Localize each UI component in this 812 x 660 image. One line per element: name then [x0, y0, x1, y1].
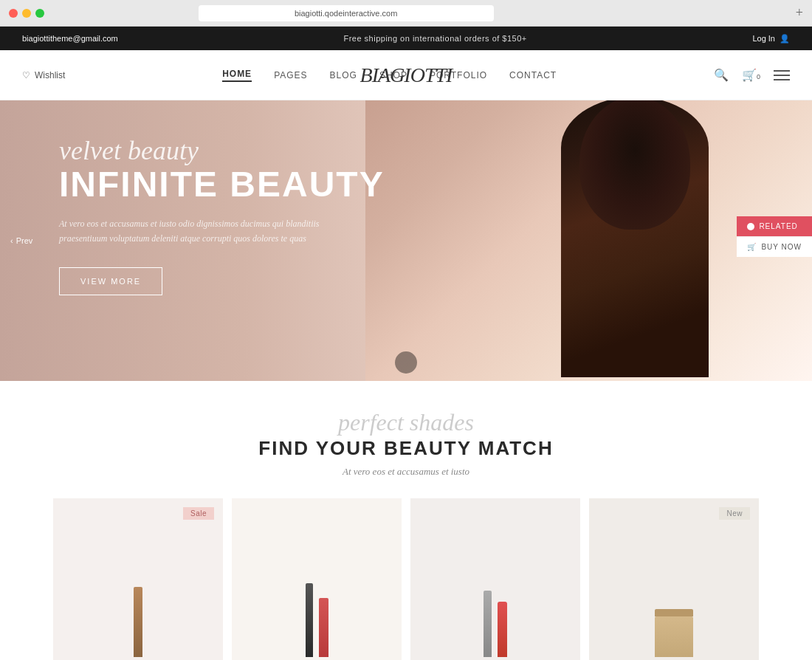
brand-logo[interactable]: biagiotti [360, 63, 453, 87]
hero-cta-button[interactable]: VIEW MORE [59, 267, 162, 295]
products-section: perfect shades FIND YOUR BEAUTY MATCH At… [0, 381, 812, 660]
browser-chrome: biagiotti.qodeinteractive.com + [0, 0, 812, 27]
navbar: ♡ Wishlist HOME PAGES BLOG biagiotti SHO… [0, 50, 812, 100]
product-card-4[interactable]: New [589, 498, 759, 660]
close-icon[interactable] [9, 9, 18, 18]
hero-title: INFINITE BEAUTY [59, 165, 385, 204]
search-icon[interactable]: 🔍 [714, 68, 729, 82]
hero-side-buttons: RELATED 🛒 BUY NOW [737, 216, 812, 257]
product-item-tube2 [484, 591, 492, 657]
new-tab-button[interactable]: + [796, 5, 803, 21]
topbar-email: biagiottitheme@gmail.com [22, 34, 118, 43]
fullscreen-icon[interactable] [35, 9, 44, 18]
section-title: FIND YOUR BEAUTY MATCH [22, 437, 790, 460]
wishlist-label: Wishlist [35, 70, 65, 80]
login-label: Log In [752, 34, 775, 43]
related-button[interactable]: RELATED [737, 216, 812, 236]
wishlist-link[interactable]: ♡ Wishlist [22, 70, 65, 80]
menu-icon[interactable] [774, 70, 790, 80]
browser-window-controls [9, 9, 44, 18]
url-text: biagiotti.qodeinteractive.com [295, 9, 397, 18]
nav-menu: HOME PAGES BLOG biagiotti SHOP PORTFOLIO… [65, 69, 714, 82]
address-bar[interactable]: biagiotti.qodeinteractive.com [199, 5, 494, 21]
nav-actions: 🔍 🛒0 [714, 68, 790, 82]
product-visual-4 [589, 609, 759, 660]
top-bar: biagiottitheme@gmail.com Free shipping o… [0, 27, 812, 50]
product-card-2[interactable] [232, 498, 402, 660]
product-badge-4: New [719, 507, 750, 520]
product-item-lipstick2 [498, 602, 507, 657]
record-icon [747, 223, 754, 230]
hero-content: velvet beauty INFINITE BEAUTY At vero eo… [59, 137, 385, 295]
topbar-promo: Free shipping on international orders of… [343, 34, 526, 43]
nav-home[interactable]: HOME [222, 69, 252, 82]
product-badge-1: Sale [183, 507, 214, 520]
user-icon: 👤 [780, 34, 790, 44]
product-grid: Sale New [22, 498, 790, 660]
cart-small-icon: 🛒 [747, 243, 757, 251]
buy-now-button[interactable]: 🛒 BUY NOW [737, 236, 812, 257]
section-script-text: perfect shades [22, 410, 790, 434]
minimize-icon[interactable] [22, 9, 31, 18]
product-visual-2 [232, 583, 402, 660]
product-visual-3 [410, 591, 580, 660]
product-item-tube [134, 587, 142, 657]
heart-icon: ♡ [22, 70, 30, 80]
hero-description: At vero eos et accusamus et iusto odio d… [59, 216, 369, 247]
chevron-left-icon: ‹ [10, 236, 13, 245]
hero-bottom-indicator [395, 351, 417, 374]
cart-icon[interactable]: 🛒0 [742, 68, 760, 82]
hero-prev-button[interactable]: ‹ Prev [10, 236, 32, 245]
login-link[interactable]: Log In 👤 [752, 34, 790, 44]
cream-product [655, 609, 693, 657]
product-item-mascara [306, 583, 313, 657]
nav-pages[interactable]: PAGES [274, 70, 307, 80]
hero-section: velvet beauty INFINITE BEAUTY At vero eo… [0, 100, 812, 381]
nav-contact[interactable]: CONTACT [509, 70, 557, 80]
hero-script-text: velvet beauty [59, 137, 385, 164]
section-subtitle: At vero eos et accusamus et iusto [22, 466, 790, 478]
prev-label: Prev [16, 236, 33, 245]
product-visual-1 [53, 587, 223, 660]
product-card-1[interactable]: Sale [53, 498, 223, 660]
nav-blog[interactable]: BLOG [330, 70, 357, 80]
product-card-3[interactable] [410, 498, 580, 660]
cart-count: 0 [757, 73, 760, 80]
product-item-lipstick [319, 598, 328, 657]
